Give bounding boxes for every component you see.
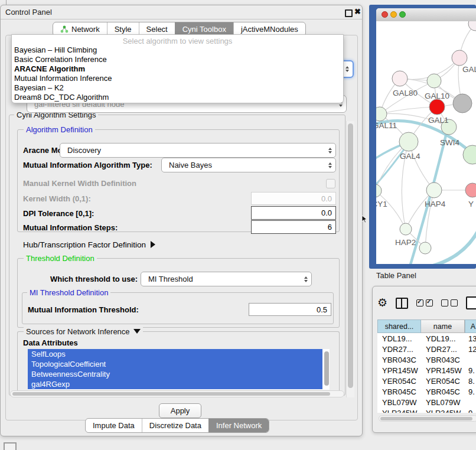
close-icon[interactable]: ✖ [354, 7, 361, 16]
algorithm-option[interactable]: Dream8 DC_TDC Algorithm [12, 93, 343, 102]
table-cell: YBL079W [421, 398, 465, 407]
network-node[interactable] [453, 94, 472, 113]
column-header-partial[interactable]: A [465, 319, 476, 333]
algorithm-option[interactable]: Mutual Information Inference [12, 74, 343, 83]
settings-horizontal-scrollbar[interactable] [10, 390, 344, 397]
algorithm-option[interactable]: Basic Correlation Inference [12, 55, 343, 64]
table-cell: YBR043C [421, 356, 465, 364]
unchecked-pair-icon[interactable] [441, 299, 458, 306]
algorithm-option[interactable]: Bayesian – K2 [12, 83, 343, 93]
attributes-list-scrollbar[interactable] [324, 351, 329, 386]
network-canvas-svg: GALGAL80GAL10GAL1GAL11SWI4GAL4GCY1HAP4YH… [376, 21, 476, 264]
table-cell: 9. [465, 387, 476, 396]
network-edge[interactable] [376, 191, 406, 229]
combo-stepper-icon [345, 66, 349, 72]
table-row[interactable]: YBR043CYBR043C [377, 354, 476, 365]
network-window-titlebar[interactable] [376, 8, 476, 22]
tab-infer-network[interactable]: Infer Network [208, 419, 269, 432]
network-node[interactable] [429, 99, 445, 115]
table-row[interactable]: YBR045CYBR045C9. [377, 386, 476, 397]
kernel-width-field[interactable]: 0.0 [251, 192, 336, 205]
dropdown-placeholder: Select algorithm to view settings [12, 37, 343, 45]
network-node-label: HAP2 [395, 238, 416, 247]
tab-discretize-data[interactable]: Discretize Data [142, 419, 208, 432]
panel-title: Control Panel [5, 8, 52, 17]
column-header-name[interactable]: name [421, 319, 465, 333]
table-horizontal-scrollbar[interactable] [379, 415, 476, 422]
close-traffic-light-icon[interactable] [382, 11, 388, 18]
attribute-item[interactable]: BetweennessCentrality [28, 369, 322, 379]
data-attributes-list: SelfLoops TopologicalCoefficient Between… [28, 349, 330, 390]
mi-threshold-field[interactable]: 0.5 [249, 303, 331, 316]
gear-icon[interactable]: ⚙ [377, 297, 387, 309]
tab-impute-data[interactable]: Impute Data [86, 419, 142, 432]
mi-type-label: Mutual Information Algorithm Type: [23, 161, 152, 169]
columns-icon[interactable] [396, 298, 408, 309]
mi-steps-field[interactable]: 6 [251, 220, 336, 234]
network-node-label: GCY1 [376, 200, 387, 208]
node-table: shared... name A YDL19...YDL19...13YDR27… [377, 319, 476, 413]
table-header-row: shared... name A [377, 319, 476, 333]
table-panel-title: Table Panel [376, 271, 416, 280]
dpi-tolerance-field[interactable]: 0.0 [251, 206, 336, 220]
document-icon[interactable] [466, 296, 476, 309]
network-node[interactable] [399, 132, 418, 151]
data-attributes-label: Data Attributes [23, 338, 78, 347]
network-node-label: HAP4 [425, 200, 446, 208]
table-body: YDL19...YDL19...13YDR27...YDR27...12YBR0… [377, 333, 476, 413]
attribute-item[interactable]: SelfLoops [28, 349, 322, 359]
network-node-label: GAL1 [428, 116, 449, 125]
network-node[interactable] [400, 223, 412, 235]
float-icon[interactable] [345, 9, 353, 17]
table-row[interactable]: YLR345WYLR345W9. [377, 407, 476, 413]
checked-pair-icon[interactable] [416, 299, 433, 306]
apply-button[interactable]: Apply [159, 403, 201, 418]
group-title: MI Threshold Definition [27, 288, 110, 297]
table-row[interactable]: YER054CYER054C8. [377, 376, 476, 386]
table-panel-window: ⚙ shared... name A YDL19...YDL19...13YDR… [372, 286, 476, 433]
manual-kernel-label: Manual Kernel Width Definition [23, 179, 136, 188]
table-cell: 9. [465, 366, 476, 375]
column-header-shared-name[interactable]: shared... [377, 319, 421, 333]
aracne-mode-combo[interactable]: Discovery [60, 143, 336, 158]
table-row[interactable]: YDL19...YDL19...13 [377, 333, 476, 344]
network-node[interactable] [468, 21, 476, 31]
which-threshold-combo[interactable]: MI Threshold [141, 272, 312, 286]
scrollbar-thumb[interactable] [380, 417, 472, 420]
table-cell: 13 [465, 334, 476, 343]
network-node[interactable] [452, 50, 467, 66]
network-node[interactable] [427, 74, 441, 88]
table-row[interactable]: YBL079WYBL079W [377, 397, 476, 407]
dpi-tolerance-label: DPI Tolerance [0,1]: [23, 209, 94, 218]
control-panel-titlebar[interactable]: Control Panel ✖ [1, 5, 362, 19]
attribute-item[interactable]: TopologicalCoefficient [28, 359, 322, 369]
network-edge-thick[interactable] [433, 229, 476, 264]
network-node[interactable] [376, 107, 387, 121]
table-cell: YDR27... [377, 345, 421, 354]
tab-label: Network [71, 25, 100, 34]
network-node[interactable] [426, 182, 442, 198]
minimize-traffic-light-icon[interactable] [390, 11, 397, 18]
network-node[interactable] [392, 71, 407, 86]
hub-definition-toggle[interactable]: Hub/Transcription Factor Definition [23, 240, 155, 249]
scrollbar-thumb[interactable] [12, 392, 330, 396]
algorithm-option[interactable]: Bayesian – Hill Climbing [12, 45, 343, 55]
table-row[interactable]: YDR27...YDR27...12 [377, 344, 476, 354]
scrollbar-thumb[interactable] [348, 123, 353, 388]
network-node[interactable] [465, 183, 476, 197]
minimized-panel-chip[interactable] [4, 442, 17, 450]
combo-stepper-icon [328, 162, 332, 168]
which-threshold-label: Which threshold to use: [50, 275, 138, 283]
manual-kernel-checkbox[interactable] [326, 179, 335, 188]
attribute-item[interactable]: gal4RGexp [28, 379, 322, 389]
network-canvas[interactable]: GALGAL80GAL10GAL1GAL11SWI4GAL4GCY1HAP4YH… [376, 21, 476, 264]
zoom-traffic-light-icon[interactable] [399, 11, 406, 18]
table-row[interactable]: YPR145WYPR145W9. [377, 365, 476, 376]
table-cell: YBR045C [421, 387, 465, 396]
algorithm-option-selected[interactable]: ARACNE Algorithm [12, 64, 343, 74]
mi-type-combo[interactable]: Naive Bayes [161, 158, 336, 172]
network-node[interactable] [419, 242, 431, 254]
sources-group-title[interactable]: Sources for Network Inference [24, 327, 143, 336]
algorithm-dropdown-overlay: Select algorithm to view settings Bayesi… [11, 34, 344, 103]
settings-vertical-scrollbar[interactable] [346, 121, 354, 397]
